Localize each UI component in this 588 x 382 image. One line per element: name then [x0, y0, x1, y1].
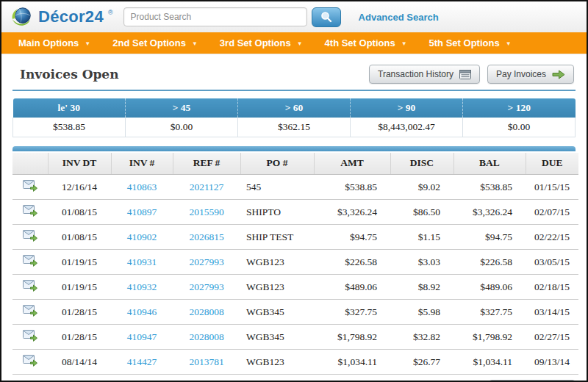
invoice-row: 01/19/154109312027993WGB123$226.58$3.03$… — [12, 250, 578, 275]
advanced-search-link[interactable]: Advanced Search — [359, 12, 439, 23]
discount: $8.92 — [390, 275, 453, 300]
invoice-date: 08/14/14 — [48, 350, 111, 375]
forward-invoice-cell — [12, 250, 48, 275]
forward-mail-icon[interactable] — [23, 205, 37, 217]
logo-text: Décor24 — [38, 7, 104, 26]
invoice-number: 414427 — [111, 350, 173, 375]
invoice-row: 12/16/144108632021127545$538.85$9.02$538… — [12, 175, 578, 200]
chevron-down-icon: ▼ — [506, 39, 512, 47]
nav-menu-3[interactable]: 3rd Set Options▼ — [209, 32, 314, 54]
invoice-number-link[interactable]: 410946 — [127, 306, 157, 317]
amount: $1,034.11 — [314, 350, 390, 375]
due-date: 02/18/15 — [526, 275, 578, 300]
search-button[interactable] — [312, 7, 341, 27]
po-number: WGB123 — [240, 350, 314, 375]
ref-number-link[interactable]: 2027993 — [189, 281, 223, 292]
nav-item-label: 5th Set Options — [429, 37, 500, 48]
aging-value: $0.00 — [126, 118, 238, 137]
invoice-number: 410897 — [111, 200, 173, 225]
table-cap-bar — [12, 146, 576, 151]
ref-number-link[interactable]: 2021127 — [190, 181, 224, 192]
forward-invoice-cell — [12, 225, 48, 250]
forward-invoice-cell — [12, 300, 48, 325]
invoice-date: 01/28/15 — [48, 325, 111, 350]
po-number: WGB345 — [240, 300, 314, 325]
ref-number-link[interactable]: 2013781 — [189, 356, 223, 367]
nav-menu-5[interactable]: 5th Set Options▼ — [418, 32, 523, 54]
invoice-number-link[interactable]: 410902 — [127, 231, 157, 242]
amount: $327.75 — [314, 300, 390, 325]
due-date: 03/05/15 — [526, 250, 578, 275]
forward-mail-icon[interactable] — [23, 230, 37, 242]
invoice-number-link[interactable]: 410947 — [127, 331, 157, 342]
ref-number-link[interactable]: 2027993 — [189, 256, 223, 267]
nav-item-label: 3rd Set Options — [220, 37, 291, 48]
ref-number-link[interactable]: 2028008 — [189, 331, 223, 342]
due-date: 09/13/14 — [526, 350, 578, 375]
invoice-date: 01/08/15 — [48, 200, 111, 225]
column-header: INV # — [111, 153, 173, 175]
balance: $94.75 — [453, 225, 526, 250]
invoice-number-link[interactable]: 410897 — [127, 206, 157, 217]
nav-menu-2[interactable]: 2nd Set Options▼ — [101, 32, 209, 54]
invoice-number-link[interactable]: 410932 — [127, 281, 157, 292]
ref-number-link[interactable]: 2026815 — [189, 231, 223, 242]
po-number: WGB345 — [240, 325, 314, 350]
app-window: Décor24® Advanced Search Main Options▼2n… — [0, 0, 588, 382]
aging-column-header: > 45 — [126, 98, 238, 118]
forward-mail-icon[interactable] — [23, 280, 37, 292]
amount: $1,798.92 — [314, 325, 390, 350]
pay-invoices-button[interactable]: Pay Invoices — [487, 65, 574, 84]
invoices-table: INV DTINV #REF #PO #AMTDISCBALDUE 12/16/… — [12, 153, 578, 375]
ref-number: 2026815 — [173, 225, 240, 250]
amount: $226.58 — [314, 250, 390, 275]
forward-mail-icon[interactable] — [23, 255, 37, 267]
nav-menu-1[interactable]: Main Options▼ — [7, 32, 101, 54]
column-header: BAL — [453, 153, 526, 175]
invoice-number: 410946 — [111, 300, 173, 325]
invoices-header-row: INV DTINV #REF #PO #AMTDISCBALDUE — [12, 153, 578, 175]
invoice-row: 01/08/154109022026815SHIP TEST$94.75$1.1… — [12, 225, 578, 250]
invoice-number-link[interactable]: 410863 — [127, 181, 157, 192]
chevron-down-icon: ▼ — [297, 39, 303, 47]
ref-number-link[interactable]: 2028008 — [189, 306, 223, 317]
invoice-row: 01/28/154109472028008WGB345$1,798.92$32.… — [12, 325, 578, 350]
column-header — [12, 153, 48, 175]
po-number: WGB123 — [240, 250, 314, 275]
discount: $5.98 — [390, 300, 453, 325]
balance: $327.75 — [453, 300, 526, 325]
nav-menu-4[interactable]: 4th Set Options▼ — [314, 32, 418, 54]
balance: $538.85 — [453, 175, 526, 200]
aging-value: $538.85 — [13, 118, 126, 137]
ref-number-link[interactable]: 2015590 — [189, 206, 223, 217]
forward-mail-icon[interactable] — [23, 180, 37, 192]
aging-column-header: > 60 — [238, 98, 351, 118]
ref-number: 2021127 — [173, 175, 240, 200]
nav-item-label: 4th Set Options — [325, 37, 395, 48]
due-date: 02/27/15 — [526, 325, 578, 350]
forward-mail-icon[interactable] — [23, 305, 37, 317]
transaction-history-button[interactable]: Transaction History — [369, 65, 480, 84]
amount: $94.75 — [314, 225, 390, 250]
invoice-number-link[interactable]: 414427 — [127, 356, 157, 367]
invoice-number: 410931 — [111, 250, 173, 275]
chevron-down-icon: ▼ — [192, 39, 198, 47]
invoice-row: 01/28/154109462028008WGB345$327.75$5.98$… — [12, 300, 578, 325]
page-title: Invoices Open — [20, 67, 119, 82]
invoice-number-link[interactable]: 410931 — [127, 256, 157, 267]
forward-mail-icon[interactable] — [23, 330, 37, 342]
green-arrow-right-icon — [552, 70, 565, 79]
forward-mail-icon[interactable] — [23, 355, 37, 367]
invoice-number: 410932 — [111, 275, 173, 300]
column-header: AMT — [314, 153, 390, 175]
top-header: Décor24® Advanced Search — [1, 1, 587, 32]
balance: $226.58 — [453, 250, 526, 275]
aging-value: $0.00 — [463, 118, 576, 137]
pay-invoices-label: Pay Invoices — [496, 69, 546, 79]
aging-header-row: le' 30> 45> 60> 90> 120 — [13, 98, 576, 118]
column-header: INV DT — [48, 153, 111, 175]
product-search-input[interactable] — [123, 7, 307, 26]
ref-number: 2015590 — [173, 200, 240, 225]
balance: $1,034.11 — [453, 350, 526, 375]
aging-values-row: $538.85$0.00$362.15$8,443,002.47$0.00 — [13, 118, 576, 137]
